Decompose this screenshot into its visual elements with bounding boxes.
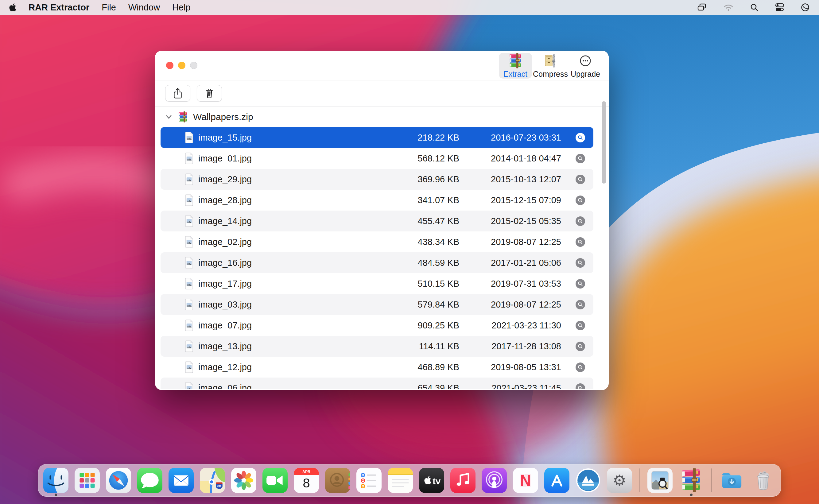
scrollbar-thumb[interactable]: [602, 101, 606, 184]
magnifier-badge-icon[interactable]: [576, 175, 585, 184]
dock-system-preferences[interactable]: ⚙: [607, 468, 632, 493]
menu-help[interactable]: Help: [172, 2, 191, 13]
file-name: image_13.jpg: [198, 341, 252, 351]
file-list: Wallpapers.zip image_15.jpg 218.22 KB 20…: [161, 107, 593, 389]
dock-mail[interactable]: [169, 468, 194, 493]
file-size: 341.07 KB: [418, 195, 459, 205]
file-row[interactable]: image_28.jpg 341.07 KB 2015-12-15 07:09: [161, 190, 593, 211]
dock-app-store[interactable]: [544, 468, 569, 493]
screen-mirroring-icon[interactable]: [696, 3, 707, 12]
magnifier-badge-icon[interactable]: [576, 321, 585, 330]
menu-window[interactable]: Window: [128, 2, 160, 13]
dock-contacts[interactable]: [325, 468, 350, 493]
dock-messages[interactable]: [137, 468, 162, 493]
apple-tv-label: tv: [433, 476, 441, 486]
dock-finder[interactable]: [43, 468, 68, 493]
file-row[interactable]: image_13.jpg 114.11 KB 2017-11-28 13:08: [161, 336, 593, 357]
file-name: image_28.jpg: [198, 195, 252, 205]
file-row[interactable]: image_06.jpg 654.39 KB 2021-03-23 11:45: [161, 378, 593, 389]
file-row[interactable]: image_02.jpg 438.34 KB 2019-08-07 12:25: [161, 231, 593, 252]
dock-trash[interactable]: [751, 468, 776, 493]
magnifier-badge-icon[interactable]: [576, 342, 585, 351]
file-size: 114.11 KB: [419, 341, 459, 351]
minimize-button[interactable]: [178, 62, 185, 69]
file-name: image_01.jpg: [198, 153, 252, 164]
extract-tool-button[interactable]: Extract: [499, 53, 532, 79]
dock-reminders[interactable]: [356, 468, 382, 493]
close-button[interactable]: [166, 62, 173, 69]
dock-music[interactable]: [450, 468, 475, 493]
file-row[interactable]: image_03.jpg 579.84 KB 2019-08-07 12:25: [161, 294, 593, 315]
window-titlebar[interactable]: Extract Compress: [155, 51, 609, 80]
magnifier-badge-icon[interactable]: [576, 196, 585, 205]
dock-downloads-folder[interactable]: [719, 468, 744, 493]
dock-photos[interactable]: [231, 468, 256, 493]
file-row[interactable]: image_14.jpg 455.47 KB 2015-02-15 05:35: [161, 211, 593, 231]
magnifier-badge-icon[interactable]: [576, 133, 585, 142]
dock-safari[interactable]: [106, 468, 131, 493]
apple-menu[interactable]: [9, 3, 16, 12]
file-size: 369.96 KB: [418, 174, 459, 184]
delete-button[interactable]: [197, 85, 222, 102]
file-size: 568.12 KB: [418, 153, 459, 164]
upgrade-label: Upgrade: [571, 70, 600, 79]
jpeg-document-icon: [184, 132, 194, 143]
file-date: 2017-11-28 13:08: [491, 341, 561, 351]
dock-calendar[interactable]: APR 8: [294, 468, 319, 493]
interstate-shield: 280: [216, 483, 222, 489]
dock-launchpad[interactable]: [75, 468, 100, 493]
file-date: 2021-03-23 11:45: [491, 383, 561, 389]
upgrade-tool-button[interactable]: Upgrade: [569, 53, 602, 79]
file-size: 579.84 KB: [418, 300, 459, 310]
chevron-down-icon[interactable]: [165, 113, 173, 121]
file-row[interactable]: image_16.jpg 484.59 KB 2017-01-21 05:06: [161, 252, 593, 273]
jpeg-document-icon: [184, 257, 194, 269]
file-size: 218.22 KB: [418, 133, 459, 143]
svg-text:⚙: ⚙: [613, 472, 626, 489]
search-icon[interactable]: [750, 3, 759, 12]
zip-cabinet-icon: [542, 53, 558, 69]
dock-apple-tv[interactable]: tv: [419, 468, 444, 493]
archive-row[interactable]: Wallpapers.zip: [161, 107, 593, 127]
control-center-icon[interactable]: [775, 3, 785, 12]
dock-news[interactable]: N: [513, 468, 538, 493]
jpeg-document-icon: [184, 236, 194, 248]
file-row[interactable]: image_07.jpg 909.25 KB 2021-03-23 11:30: [161, 315, 593, 336]
trash-icon: [204, 87, 215, 99]
menubar-app-name[interactable]: RAR Extractor: [29, 2, 89, 13]
file-name: image_12.jpg: [198, 362, 252, 372]
magnifier-badge-icon[interactable]: [576, 300, 585, 309]
file-row[interactable]: image_17.jpg 510.15 KB 2019-07-31 03:53: [161, 273, 593, 294]
dock-podcasts[interactable]: [482, 468, 507, 493]
jpeg-document-icon: [184, 194, 194, 206]
dock-notes[interactable]: [388, 468, 413, 493]
share-button[interactable]: [165, 85, 190, 102]
magnifier-badge-icon[interactable]: [576, 237, 585, 247]
dock-preview[interactable]: [647, 468, 673, 493]
action-bar: [155, 80, 609, 107]
magnifier-badge-icon[interactable]: [576, 216, 585, 226]
compress-tool-button[interactable]: Compress: [534, 53, 567, 79]
dock-facetime[interactable]: [262, 468, 288, 493]
dock: 280 APR 8: [38, 464, 781, 497]
clock-icon[interactable]: [801, 3, 810, 12]
file-date: 2015-12-15 07:09: [491, 195, 561, 205]
magnifier-badge-icon[interactable]: [576, 154, 585, 163]
dock-rar-extractor[interactable]: [679, 468, 704, 493]
magnifier-badge-icon[interactable]: [576, 279, 585, 289]
dock-mountain-app[interactable]: [576, 468, 601, 493]
share-icon: [173, 87, 183, 99]
magnifier-badge-icon[interactable]: [576, 362, 585, 372]
file-row[interactable]: image_29.jpg 369.96 KB 2015-10-13 12:07: [161, 169, 593, 190]
magnifier-badge-icon[interactable]: [576, 383, 585, 389]
file-date: 2015-02-15 05:35: [491, 216, 561, 226]
file-row[interactable]: image_15.jpg 218.22 KB 2016-07-23 03:31: [161, 127, 593, 148]
magnifier-badge-icon[interactable]: [576, 258, 585, 268]
jpeg-document-icon: [184, 153, 194, 164]
dock-divider: [639, 468, 640, 492]
dock-maps[interactable]: 280: [200, 468, 225, 493]
menu-file[interactable]: File: [102, 2, 116, 13]
file-row[interactable]: image_12.jpg 468.89 KB 2019-08-05 13:31: [161, 357, 593, 378]
wifi-icon[interactable]: [723, 3, 734, 12]
file-row[interactable]: image_01.jpg 568.12 KB 2014-01-18 04:47: [161, 148, 593, 169]
